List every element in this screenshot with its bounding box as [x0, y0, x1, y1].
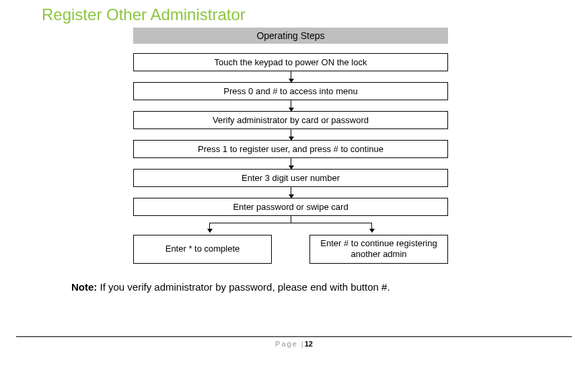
fork-option-complete: Enter * to complete	[133, 235, 272, 264]
fork-options: Enter * to complete Enter # to continue …	[133, 235, 448, 264]
step-3: Verify administrator by card or password	[133, 111, 448, 129]
step-2: Press 0 and # to access into menu	[133, 82, 448, 100]
step-1: Touch the keypad to power ON the lock	[133, 53, 448, 71]
step-5: Enter 3 digit user number	[133, 169, 448, 187]
step-4: Press 1 to register user, and press # to…	[133, 140, 448, 158]
flowchart: Operating Steps Touch the keypad to powe…	[133, 28, 448, 264]
note-label: Note:	[71, 281, 97, 293]
footer-label: Page |	[275, 340, 305, 348]
arrow-down-icon	[291, 100, 291, 111]
note-text: If you verify administrator by password,…	[97, 281, 390, 293]
page-footer: Page |12	[16, 336, 572, 348]
steps-header: Operating Steps	[133, 28, 448, 44]
arrow-down-icon	[291, 187, 291, 198]
step-6: Enter password or swipe card	[133, 198, 448, 216]
note: Note: If you verify administrator by pas…	[71, 281, 588, 293]
fork-option-continue: Enter # to continue registering another …	[309, 235, 448, 264]
page-title: Register Other Administrator	[42, 5, 588, 24]
arrow-down-icon	[291, 129, 291, 140]
arrow-down-icon	[291, 158, 291, 169]
arrow-down-icon	[291, 71, 291, 82]
footer-page-number: 12	[305, 340, 313, 348]
fork-connector	[133, 216, 448, 235]
